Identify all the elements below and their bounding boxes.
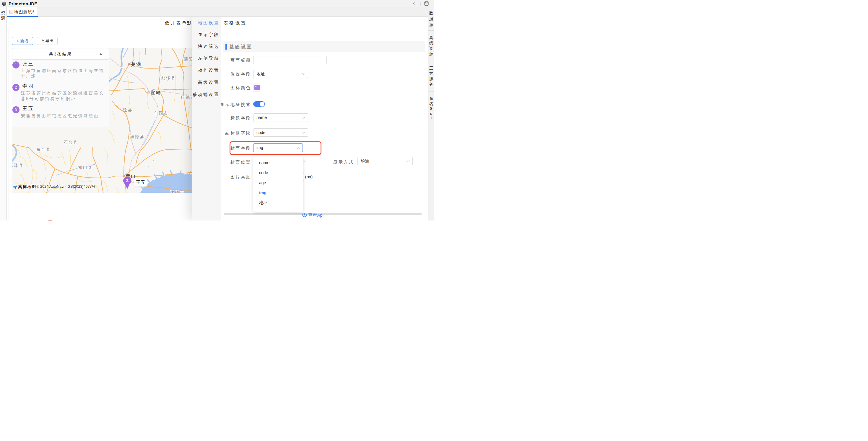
svg-text:彭泽县: 彭泽县 — [12, 163, 24, 167]
svg-text:郎溪县: 郎溪县 — [161, 76, 176, 80]
svg-text:旌德县: 旌德县 — [130, 134, 145, 139]
svg-text:王五: 王五 — [136, 180, 145, 185]
svg-text:泾县: 泾县 — [123, 108, 133, 112]
svg-text:3: 3 — [126, 178, 128, 183]
svg-text:宣城: 宣城 — [151, 90, 161, 95]
svg-text:宁国市: 宁国市 — [154, 111, 168, 115]
svg-text:建德市: 建德市 — [170, 190, 185, 193]
svg-text:© 2024 AutoNavi - GS(2023)4677: © 2024 AutoNavi - GS(2023)4677号 — [36, 184, 95, 189]
svg-text:石台县: 石台县 — [64, 140, 78, 144]
svg-text:溧阳: 溧阳 — [184, 57, 191, 61]
svg-text:芜湖: 芜湖 — [131, 62, 142, 66]
svg-text:东至县: 东至县 — [36, 147, 51, 152]
svg-text:广德市: 广德市 — [181, 95, 192, 99]
svg-text:高德地图: 高德地图 — [18, 184, 36, 189]
svg-text:祁门县: 祁门县 — [78, 165, 92, 170]
